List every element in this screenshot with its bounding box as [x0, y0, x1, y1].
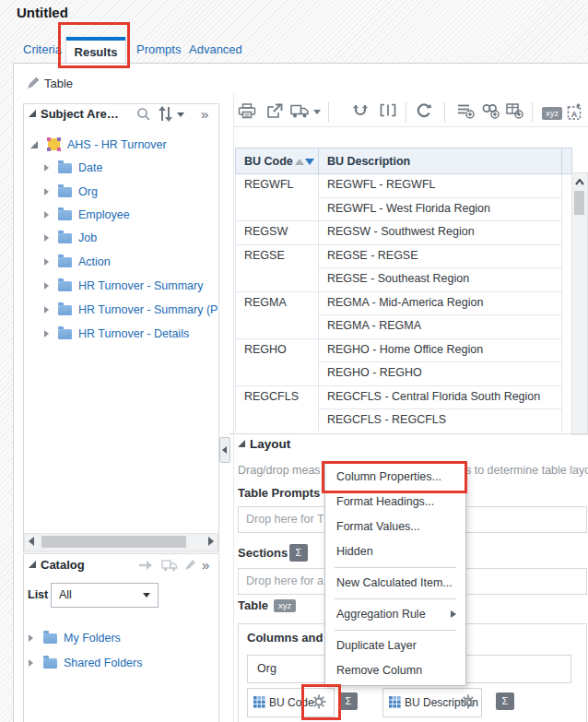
- vscroll-thumb[interactable]: [574, 191, 584, 215]
- menu-item-format-headings[interactable]: Format Headings...: [325, 490, 465, 515]
- org-group-label: Org: [257, 662, 276, 675]
- catalog-collapse-icon[interactable]: [29, 561, 36, 568]
- subject-areas-hscrollbar[interactable]: [24, 533, 218, 550]
- filler-cell: [561, 315, 571, 339]
- pane-collapse-handle[interactable]: [219, 437, 230, 463]
- collapsed-node-icon[interactable]: [29, 634, 33, 642]
- menu-item-aggregation-rule[interactable]: Aggregation Rule: [325, 602, 465, 627]
- sections-label: Sections: [238, 546, 288, 560]
- subject-area-icon: [48, 138, 60, 150]
- tree-item-folder[interactable]: HR Turnover - Details: [44, 325, 219, 345]
- subject-areas-title: Subject Are…: [41, 107, 119, 121]
- new-group-icon[interactable]: [481, 103, 501, 122]
- menu-item-new-calculated-item[interactable]: New Calculated Item...: [325, 571, 465, 596]
- menu-item-hidden[interactable]: Hidden: [325, 539, 465, 564]
- folder-icon: [43, 633, 57, 644]
- tree-item-folder[interactable]: Date: [44, 159, 219, 179]
- menu-item-duplicate-layer[interactable]: Duplicate Layer: [325, 633, 465, 658]
- tree-item-subject-area-root[interactable]: AHS - HR Turnover: [30, 136, 215, 156]
- tree-item-folder[interactable]: Org: [44, 183, 219, 203]
- folder-icon: [43, 658, 57, 669]
- filler-cell: [561, 197, 571, 221]
- print-icon[interactable]: [238, 103, 258, 122]
- column-header-bu-description[interactable]: BU Description: [318, 148, 561, 174]
- page-title: Untitled: [17, 5, 68, 20]
- catalog-more-icon[interactable]: »: [202, 559, 209, 572]
- tab-criteria[interactable]: Criteria: [23, 42, 62, 56]
- import-formatting-icon[interactable]: A: [567, 103, 587, 122]
- xyz-badge-icon[interactable]: xyz: [274, 599, 296, 612]
- column-totals-button[interactable]: Σ: [339, 692, 358, 710]
- scroll-right-icon[interactable]: [208, 537, 214, 546]
- column-header-bu-code[interactable]: BU Code: [236, 148, 319, 174]
- expanded-node-icon[interactable]: [30, 141, 38, 148]
- filler-cell: [561, 221, 571, 245]
- tree-item-folder[interactable]: HR Turnover - Summary (P: [44, 301, 219, 321]
- bu-code-cell: REGSE: [236, 244, 319, 291]
- table-vscrollbar[interactable]: [571, 172, 588, 435]
- sort-desc-icon[interactable]: [305, 159, 314, 165]
- scroll-up-icon[interactable]: [575, 179, 584, 185]
- sort-icon[interactable]: [159, 106, 173, 122]
- layout-hint-right: s to determine table layou: [465, 464, 588, 477]
- catalog-folder-item[interactable]: Shared Folders: [29, 654, 204, 674]
- collapsed-node-icon[interactable]: [44, 258, 49, 266]
- column-grid-icon: [389, 696, 401, 708]
- filler-cell: [561, 268, 571, 292]
- collapsed-node-icon[interactable]: [44, 188, 49, 195]
- list-dropdown[interactable]: All: [51, 583, 159, 608]
- collapsed-node-icon[interactable]: [44, 282, 49, 290]
- open-arrow-icon[interactable]: [138, 559, 153, 572]
- collapsed-node-icon[interactable]: [44, 306, 49, 314]
- sort-asc-icon[interactable]: [295, 159, 304, 165]
- collapsed-node-icon[interactable]: [44, 164, 49, 172]
- edit-view-pencil-icon[interactable]: [27, 76, 41, 89]
- column-options-gear-icon[interactable]: [461, 694, 476, 709]
- new-calculated-item-icon[interactable]: [506, 103, 526, 122]
- delivers-icon[interactable]: [161, 559, 178, 572]
- collapsed-node-icon[interactable]: [44, 330, 49, 337]
- scroll-left-icon[interactable]: [29, 537, 34, 546]
- layout-title: Layout: [250, 437, 290, 451]
- layout-collapse-icon[interactable]: [238, 440, 245, 447]
- tree-item-folder[interactable]: Action: [44, 253, 219, 273]
- collapsed-node-icon[interactable]: [44, 234, 49, 242]
- catalog-folder-item[interactable]: My Folders: [29, 629, 204, 649]
- annotation-box-results-tab: [58, 22, 130, 68]
- collapsed-node-icon[interactable]: [29, 659, 33, 667]
- selection-steps-icon[interactable]: xyz: [542, 107, 562, 120]
- tab-prompts[interactable]: Prompts: [136, 42, 181, 56]
- column-context-menu: Column Properties...Format Headings...Fo…: [324, 462, 466, 686]
- bu-description-cell: REGCFLS - Central Florida South Region: [318, 385, 561, 409]
- annotation-box-column-properties: [322, 461, 467, 493]
- preview-icon[interactable]: [352, 103, 372, 122]
- tree-item-folder[interactable]: HR Turnover - Summary: [44, 277, 219, 297]
- edit-icon[interactable]: [184, 558, 197, 571]
- collapsed-node-icon[interactable]: [44, 211, 49, 219]
- subject-areas-more-icon[interactable]: »: [201, 108, 208, 121]
- collapse-left-icon: [222, 446, 227, 454]
- hscroll-thumb[interactable]: [41, 536, 186, 548]
- schedule-icon[interactable]: [290, 103, 311, 122]
- tree-item-folder[interactable]: Employee: [44, 206, 219, 226]
- tree-item-folder[interactable]: Job: [44, 229, 219, 249]
- new-view-icon[interactable]: [457, 103, 477, 122]
- tab-advanced[interactable]: Advanced: [189, 42, 242, 56]
- refresh-icon[interactable]: [416, 103, 436, 122]
- bu-code-cell: REGMA: [236, 291, 319, 338]
- export-icon[interactable]: [266, 103, 287, 122]
- toolbar-separator: [444, 102, 445, 123]
- subject-areas-collapse-icon[interactable]: [29, 110, 36, 117]
- column-totals-button[interactable]: Σ: [496, 692, 514, 710]
- bu-description-cell: REGHO - REGHO: [318, 362, 561, 386]
- toolbar-rule: [234, 126, 588, 127]
- sections-totals-button[interactable]: Σ: [289, 544, 308, 562]
- rename-icon[interactable]: [380, 103, 400, 122]
- filler-cell: [561, 291, 571, 315]
- menu-item-format-values[interactable]: Format Values...: [325, 515, 465, 539]
- bu-description-cell: REGCFLS - REGCFLS: [318, 409, 561, 432]
- search-icon[interactable]: [136, 107, 151, 122]
- schedule-dropdown-caret-icon[interactable]: [313, 110, 321, 114]
- menu-item-remove-column[interactable]: Remove Column: [325, 658, 465, 683]
- sort-dropdown-caret-icon[interactable]: [177, 112, 184, 117]
